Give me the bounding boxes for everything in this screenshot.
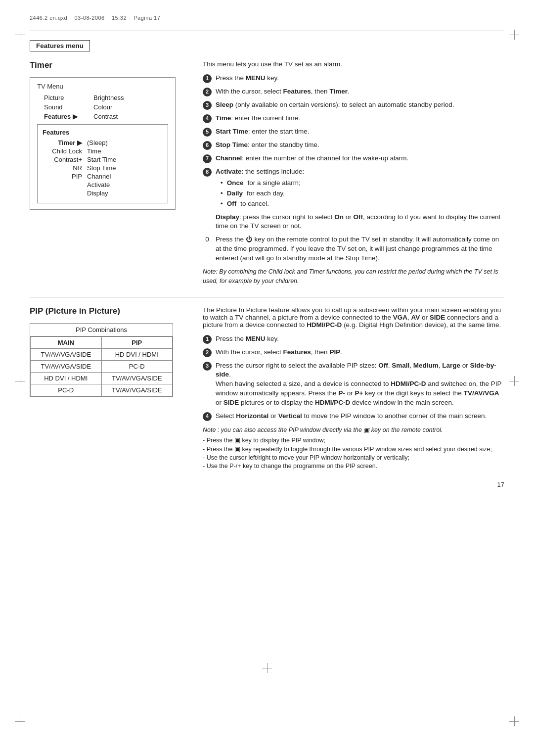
features-submenu-rows: Timer ▶ Child Lock Contrast+ NR PIP (Sle…: [43, 139, 163, 198]
page-number: 17: [30, 481, 504, 488]
timer-step-3: 3 Sleep (only available on certain versi…: [203, 100, 504, 110]
features-contrast-label: Contrast+: [43, 156, 82, 163]
pip-bullet-3: - Use the cursor left/right to move your…: [203, 454, 504, 461]
step-num-1: 1: [203, 74, 212, 83]
menu-label-picture: Picture: [44, 94, 79, 101]
step-text-5: Start Time: enter the start time.: [216, 127, 504, 137]
pagina: Pagina 17: [134, 15, 160, 21]
timer-step-7: 7 Channel: enter the number of the chann…: [203, 154, 504, 163]
activate-bullets: Once for a single alarm; Daily for each …: [216, 179, 504, 209]
step-text-7: Channel: enter the number of the channel…: [216, 154, 504, 163]
pip-step-1: 1 Press the MENU key.: [203, 334, 504, 344]
pip-row-3: HD DVI / HDMI TV/AV/VGA/SIDE: [31, 372, 173, 384]
step-text-4: Time: enter the current time.: [216, 114, 504, 123]
timer-description: This menu lets you use the TV set as an …: [203, 60, 504, 68]
tv-menu-box: TV Menu Picture Brightness Sound Colour …: [30, 77, 176, 210]
pip-row-1: TV/AV/VGA/SIDE HD DVI / HDMI: [31, 348, 173, 360]
features-menu-heading: Features menu: [30, 40, 90, 51]
top-meta: 2446.2 en.qxd 03-08-2006 15:32 Pagina 17: [30, 15, 504, 21]
bullet-once: Once for a single alarm;: [221, 179, 504, 188]
pip-row1-pip: HD DVI / HDMI: [101, 348, 173, 360]
timer-step-5: 5 Start Time: enter the start time.: [203, 127, 504, 137]
pip-row4-pip: TV/AV/VGA/SIDE: [101, 384, 173, 396]
pip-table-wrap: PIP Combinations MAIN PIP TV/AV/VGA/SIDE…: [30, 323, 173, 397]
features-sleep-label: (Sleep): [87, 139, 116, 146]
timer-left-col: Timer TV Menu Picture Brightness Sound C…: [30, 60, 188, 210]
pip-table-title: PIP Combinations: [30, 324, 173, 336]
features-pip-label: PIP: [43, 173, 82, 180]
features-activate-label: Activate: [87, 181, 116, 189]
pip-step-num-3: 3: [203, 362, 212, 371]
pip-step-text-4: Select Horizontal or Vertical to move th…: [216, 412, 504, 421]
pip-heading: PIP (Picture in Picture): [30, 306, 188, 316]
menu-row-sound: Sound Colour: [37, 103, 168, 111]
timer-step-6: 6 Stop Time: enter the standby time.: [203, 141, 504, 150]
step-text-1: Press the MENU key.: [216, 74, 504, 83]
tv-menu-title: TV Menu: [37, 83, 168, 90]
doc-date: 03-08-2006: [74, 15, 104, 21]
features-starttime-label: Start Time: [87, 156, 116, 163]
features-childlock-label: Child Lock: [43, 147, 82, 155]
menu-label-contrast: Contrast: [93, 113, 118, 120]
timer-step-8: 8 Activate: the settings include: Once f…: [203, 167, 504, 231]
features-submenu-title: Features: [43, 129, 163, 136]
pip-left-col: PIP (Picture in Picture) PIP Combination…: [30, 306, 188, 397]
pip-table-header-row: MAIN PIP: [31, 336, 173, 348]
pip-col-main: MAIN: [31, 336, 102, 348]
features-submenu-box: Features Timer ▶ Child Lock Contrast+ NR…: [37, 124, 168, 203]
features-timer-label: Timer ▶: [43, 139, 82, 146]
features-nr-label: NR: [43, 164, 82, 172]
pip-step-num-2: 2: [203, 348, 212, 357]
pip-row-2: TV/AV/VGA/SIDE PC-D: [31, 360, 173, 372]
pip-row2-main: TV/AV/VGA/SIDE: [31, 360, 102, 372]
step-num-6: 6: [203, 141, 212, 150]
timer-steps-list: 1 Press the MENU key. 2 With the cursor,…: [203, 74, 504, 263]
features-display-label: Display: [87, 189, 116, 197]
pip-note-italic: Note : you can also access the PIP windo…: [203, 426, 504, 433]
pip-col-pip: PIP: [101, 336, 173, 348]
menu-row-features: Features ▶ Contrast: [37, 113, 168, 120]
top-rule: [30, 31, 504, 31]
step-text-0: Press the ⏻ key on the remote control to…: [216, 235, 504, 263]
section-divider: [30, 297, 504, 297]
pip-table: MAIN PIP TV/AV/VGA/SIDE HD DVI / HDMI TV…: [30, 336, 173, 396]
step-text-2: With the cursor, select Features, then T…: [216, 87, 504, 96]
pip-step-num-1: 1: [203, 335, 212, 344]
doc-time: 15:32: [112, 15, 127, 21]
step-num-7: 7: [203, 154, 212, 163]
pip-description: The Picture In Picture feature allows yo…: [203, 306, 504, 329]
features-stoptime-label: Stop Time: [87, 164, 116, 172]
pip-step-num-4: 4: [203, 412, 212, 421]
pip-row2-pip: PC-D: [101, 360, 173, 372]
pip-step-2: 2 With the cursor, select Features, then…: [203, 348, 504, 357]
menu-label-brightness: Brightness: [93, 94, 124, 101]
pip-right-col: The Picture In Picture feature allows yo…: [203, 306, 504, 471]
features-col-left: Timer ▶ Child Lock Contrast+ NR PIP: [43, 139, 82, 198]
bullet-off: Off to cancel.: [221, 199, 504, 209]
timer-step-0: 0 Press the ⏻ key on the remote control …: [203, 235, 504, 263]
pip-step-text-2: With the cursor, select Features, then P…: [216, 348, 504, 357]
step-num-5: 5: [203, 128, 212, 137]
pip-steps-list: 1 Press the MENU key. 2 With the cursor,…: [203, 334, 504, 421]
bullet-daily: Daily for each day,: [221, 189, 504, 198]
menu-row-picture: Picture Brightness: [37, 94, 168, 101]
timer-right-col: This menu lets you use the TV set as an …: [203, 60, 504, 286]
timer-heading: Timer: [30, 60, 188, 70]
pip-step-text-1: Press the MENU key.: [216, 334, 504, 344]
timer-italic-note: Note: By combining the Child lock and Ti…: [203, 267, 504, 286]
step-num-0: 0: [203, 235, 212, 244]
pip-row4-main: PC-D: [31, 384, 102, 396]
menu-label-features: Features ▶: [44, 113, 79, 120]
pip-row3-main: HD DVI / HDMI: [31, 372, 102, 384]
doc-id: 2446.2 en.qxd: [30, 15, 67, 21]
menu-label-sound: Sound: [44, 103, 79, 111]
pip-step-text-3: Press the cursor right to select the ava…: [216, 361, 504, 408]
pip-row-4: PC-D TV/AV/VGA/SIDE: [31, 384, 173, 396]
features-time-label: Time: [87, 147, 116, 155]
pip-section: PIP (Picture in Picture) PIP Combination…: [30, 306, 504, 471]
pip-note-bullets: - Press the ▣ key to display the PIP win…: [203, 436, 504, 470]
pip-bullet-2: - Press the ▣ key repeatedly to toggle t…: [203, 445, 504, 453]
pip-bullet-1: - Press the ▣ key to display the PIP win…: [203, 436, 504, 444]
step-num-3: 3: [203, 101, 212, 110]
pip-step-4: 4 Select Horizontal or Vertical to move …: [203, 412, 504, 421]
